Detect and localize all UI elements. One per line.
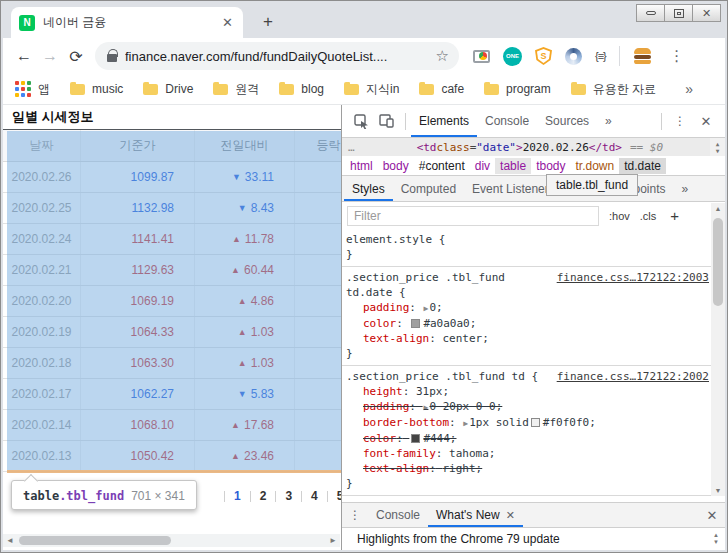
tooltip-class: .tbl_fund	[59, 489, 124, 503]
bookmark-folder-remote[interactable]: 원격	[213, 81, 259, 98]
color-swatch[interactable]	[531, 418, 540, 427]
tab-computed[interactable]: Computed	[393, 176, 464, 201]
css-rule-tbl-fund-td[interactable]: finance.css…172122:1652 .tbl_fund td {	[342, 496, 711, 502]
tab-styles[interactable]: Styles	[344, 176, 393, 201]
maximize-button[interactable]	[664, 4, 693, 22]
drawer-close-icon[interactable]: ✕	[699, 508, 725, 523]
forward-button[interactable]: →	[37, 47, 63, 65]
bookmark-folder-blog[interactable]: blog	[279, 82, 324, 96]
devtools-menu-icon[interactable]: ⋮	[667, 114, 693, 128]
bookmark-folder-cafe[interactable]: cafe	[419, 82, 464, 96]
col-header-change: 전일대비	[195, 130, 295, 161]
apps-shortcut[interactable]: 앱	[15, 81, 50, 98]
profile-avatar[interactable]	[632, 48, 654, 64]
bookmarks-overflow-chevron[interactable]: »	[685, 81, 693, 97]
crumb-html[interactable]: html	[345, 158, 378, 174]
naver-favicon-icon: N	[19, 15, 35, 31]
hov-toggle[interactable]: :hov	[609, 210, 630, 222]
crumb-body[interactable]: body	[378, 158, 414, 174]
crumb-table[interactable]: table	[495, 158, 531, 174]
scrollbar-thumb[interactable]	[713, 218, 723, 306]
devtools-toolbar: Elements Console Sources » ⋮ ✕	[342, 105, 725, 138]
one-extension-icon[interactable]: ONE	[503, 47, 522, 66]
brace-extension-icon[interactable]: {≡}	[595, 50, 606, 62]
color-swatch[interactable]	[411, 434, 420, 443]
page-number-1[interactable]: 1	[225, 489, 250, 503]
browser-tab[interactable]: N 네이버 금융 ✕	[11, 7, 243, 38]
page-number-3[interactable]: 3	[276, 489, 301, 503]
scroll-right-arrow-icon[interactable]: ►	[326, 536, 340, 545]
shield-extension-icon[interactable]: S	[535, 47, 552, 65]
up-arrow-icon: ▲	[231, 420, 240, 430]
tab-elements[interactable]: Elements	[411, 105, 477, 137]
styles-scrollbar[interactable]: ▲ ▼	[711, 203, 725, 496]
new-tab-button[interactable]: +	[257, 12, 279, 32]
crumb-div[interactable]: div	[470, 158, 495, 174]
page-number-5[interactable]: 5	[328, 489, 342, 503]
crumb-tr-down[interactable]: tr.down	[570, 158, 619, 174]
bookmark-folder-drive[interactable]: Drive	[143, 82, 193, 96]
remote-desktop-extension-icon[interactable]	[473, 50, 490, 63]
minimize-icon	[646, 11, 656, 15]
chrome-menu-icon[interactable]: ⋮	[667, 47, 687, 65]
apps-label: 앱	[38, 81, 50, 98]
page-number-4[interactable]: 4	[302, 489, 327, 503]
close-button[interactable]: ✕	[692, 4, 721, 22]
inspect-element-icon[interactable]	[348, 114, 374, 129]
color-swatch[interactable]	[411, 319, 420, 328]
bookmark-folder-program[interactable]: program	[484, 82, 551, 96]
whats-new-message: Highlights from the Chrome 79 update	[357, 532, 560, 546]
table-row: 2020.02.251132.98▼8.43	[3, 193, 342, 224]
address-bar[interactable]: finance.naver.com/fund/fundDailyQuoteLis…	[95, 42, 459, 70]
stylesheet-link[interactable]: finance.css…172122:2003	[557, 270, 709, 285]
secure-lock-icon[interactable]	[107, 54, 117, 62]
back-button[interactable]: ←	[11, 47, 37, 65]
device-toolbar-icon[interactable]	[374, 114, 400, 128]
bookmark-folder-music[interactable]: music	[70, 82, 123, 96]
tab-console[interactable]: Console	[477, 105, 537, 137]
css-rule-td[interactable]: finance.css…172122:2002 .section_price .…	[342, 366, 711, 496]
new-style-rule-button[interactable]: +	[670, 207, 679, 224]
bookmark-folder-useful[interactable]: 유용한 자료	[571, 81, 656, 98]
more-tabs-chevron[interactable]: »	[597, 105, 620, 137]
scroll-up-arrow-icon[interactable]: ▲	[711, 205, 725, 212]
donut-extension-icon[interactable]	[565, 48, 582, 65]
scrollbar-thumb[interactable]	[19, 536, 171, 545]
bookmarks-bar: 앱 music Drive 원격 blog 지식in cafe program …	[3, 74, 725, 105]
devtools-close-icon[interactable]: ✕	[693, 114, 719, 129]
crumb-td-date[interactable]: td.date	[619, 158, 666, 174]
drawer-tab-console[interactable]: Console	[368, 503, 428, 527]
minimize-button[interactable]	[636, 4, 665, 22]
sidebar-more-chevron[interactable]: »	[673, 176, 696, 201]
reload-button[interactable]: ⟳	[63, 47, 89, 66]
drawer-scrollbar[interactable]: ▲▼	[709, 528, 723, 550]
toolbar-divider	[405, 113, 406, 130]
page-number-2[interactable]: 2	[251, 489, 276, 503]
dom-selected-node[interactable]: … <td class="date">2020.02.26</td> == $0…	[342, 138, 725, 156]
styles-filter-input[interactable]	[347, 206, 599, 226]
down-arrow-icon: ▼	[238, 389, 247, 399]
drawer-tab-whats-new[interactable]: What's New✕	[428, 503, 523, 527]
tab-close-icon[interactable]: ✕	[220, 15, 235, 30]
bookmark-folder-jisik[interactable]: 지식in	[344, 81, 399, 98]
url-text[interactable]: finance.naver.com/fund/fundDailyQuoteLis…	[125, 49, 430, 64]
scroll-left-arrow-icon[interactable]: ◄	[3, 536, 17, 545]
crumb-tbody[interactable]: tbody	[531, 158, 570, 174]
dom-scrollbar[interactable]: ▲▼	[710, 138, 725, 156]
drawer-menu-icon[interactable]: ⋮	[342, 508, 368, 522]
stylesheet-link[interactable]: finance.css…172122:2002	[557, 369, 709, 384]
css-rule-td-date[interactable]: finance.css…172122:2003 .section_price .…	[342, 267, 711, 366]
css-rule-element-style[interactable]: element.style { }	[342, 229, 711, 267]
down-arrow-icon: ▼	[238, 203, 247, 213]
scroll-down-arrow-icon[interactable]: ▼	[711, 487, 725, 494]
tab-sources[interactable]: Sources	[537, 105, 597, 137]
dom-ellipsis[interactable]: …	[348, 141, 355, 154]
table-row: 2020.02.261099.87▼33.11	[3, 162, 342, 193]
cls-toggle[interactable]: .cls	[640, 210, 657, 222]
folder-icon	[484, 84, 499, 95]
horizontal-scrollbar[interactable]: ◄ ►	[3, 534, 340, 547]
drawer-tab-close-icon[interactable]: ✕	[506, 509, 515, 522]
stylesheet-link[interactable]: finance.css…172122:1652	[557, 499, 709, 502]
crumb-content[interactable]: #content	[414, 158, 470, 174]
bookmark-star-icon[interactable]: ☆	[436, 47, 449, 65]
